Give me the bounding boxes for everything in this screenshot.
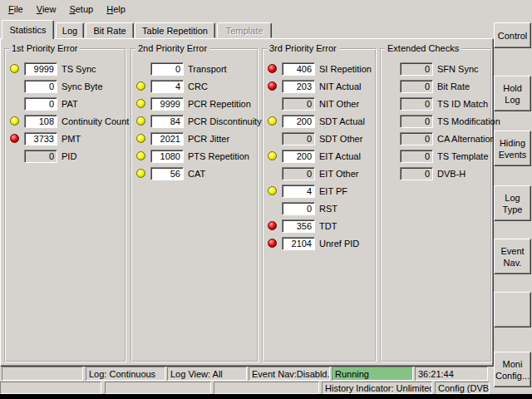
stat-label: PTS Repetition <box>188 151 249 161</box>
stat-label: PAT <box>62 99 78 109</box>
count-field-nit-actual: 203 <box>282 80 315 93</box>
tab-statistics[interactable]: Statistics <box>2 20 54 39</box>
menu-view[interactable]: View <box>30 2 63 17</box>
stat-label: SFN Sync <box>437 64 479 74</box>
stat-label: RST <box>319 204 337 214</box>
yellow-led-icon <box>10 64 19 73</box>
status-log-continuous: Log: Continuous <box>86 367 165 381</box>
stat-row-cat: 56CAT <box>136 166 256 180</box>
side-button-event-nav[interactable]: Event Nav. <box>494 239 531 274</box>
stat-row-pcr-discontinuity: 84PCR Discontinuity <box>136 114 256 128</box>
stat-label: PCR Repetition <box>188 99 251 109</box>
stat-label: SDT Other <box>319 134 362 144</box>
group-2nd-priority-error: 2nd Priority Error0Transport4CRC9999PCR … <box>131 48 259 362</box>
stat-row-tdt: 356TDT <box>268 219 374 233</box>
stat-row-sync-byte: 0Sync Byte <box>10 79 124 93</box>
stat-label: TS Modification <box>437 116 500 126</box>
count-field-unref-pid: 2104 <box>282 237 315 250</box>
red-led-icon <box>268 64 277 73</box>
yellow-led-icon <box>136 99 145 108</box>
stat-row-eit-pf: 4EIT PF <box>268 184 374 198</box>
count-field-ts-modification: 0 <box>400 115 433 128</box>
count-field-rst: 0 <box>282 202 315 215</box>
count-field-nit-other: 0 <box>282 97 315 111</box>
side-button-hiding-events[interactable]: Hiding Events <box>494 131 531 166</box>
red-led-icon <box>268 239 277 248</box>
stat-row-ts-modification: 0TS Modification <box>386 114 490 128</box>
yellow-led-icon <box>268 186 277 195</box>
statistics-tab-page: 1st Priority Error9999TS Sync0Sync Byte0… <box>0 38 494 367</box>
menu-bar: FileViewSetupHelp <box>0 0 532 18</box>
stat-label: EIT Actual <box>319 151 361 161</box>
group-title: Extended Checks <box>385 43 461 54</box>
stat-label: CAT <box>188 169 205 179</box>
stat-label: TS Template <box>437 151 489 161</box>
count-field-bit-rate: 0 <box>400 80 433 93</box>
stat-label: Sync Byte <box>62 81 103 91</box>
stat-row-sdt-actual: 200SDT Actual <box>268 114 374 128</box>
status2-config-dvb: Config (DVB) <box>435 382 490 394</box>
menu-file[interactable]: File <box>2 2 30 17</box>
count-field-pid: 0 <box>24 150 57 163</box>
tab-table-repetition[interactable]: Table Repetition <box>135 22 215 38</box>
tab-bit-rate[interactable]: Bit Rate <box>86 22 134 38</box>
count-field-sdt-actual: 200 <box>282 115 315 128</box>
count-field-eit-actual: 200 <box>282 150 315 163</box>
stat-row-crc: 4CRC <box>136 79 256 93</box>
stat-row-pcr-jitter: 2021PCR Jitter <box>136 131 256 145</box>
stat-label: EIT PF <box>319 186 347 196</box>
status-running: Running <box>332 367 413 381</box>
stat-label: PCR Discontinuity <box>188 116 262 126</box>
stat-label: PID <box>62 151 76 161</box>
status2-blank-panel <box>0 382 101 394</box>
status2-history-indicator-unlimited: History Indicator: Unlimited <box>322 382 432 394</box>
stat-label: Unref PID <box>319 239 359 249</box>
stat-row-rst: 0RST <box>268 201 374 215</box>
status-event-nav-disabld: Event Nav:Disabld. <box>249 367 330 381</box>
side-button-log-type[interactable]: Log Type <box>494 185 531 221</box>
stat-row-sdt-other: 0SDT Other <box>268 131 374 145</box>
stat-row-dvb-h: 0DVB-H <box>386 166 490 180</box>
count-field-si-repetition: 406 <box>282 62 315 76</box>
count-field-sync-byte: 0 <box>24 80 57 93</box>
yellow-led-icon <box>10 116 19 126</box>
tab-log[interactable]: Log <box>56 22 84 38</box>
stat-row-pcr-repetition: 9999PCR Repetition <box>136 96 256 111</box>
yellow-led-icon <box>136 169 145 178</box>
stat-label: CA Alternation <box>437 134 495 144</box>
count-field-pts-repetition: 1080 <box>150 150 184 163</box>
count-field-pcr-repetition: 9999 <box>150 97 184 111</box>
yellow-led-icon <box>136 134 145 143</box>
stat-row-pts-repetition: 1080PTS Repetition <box>136 149 256 163</box>
stat-row-eit-actual: 200EIT Actual <box>268 149 374 163</box>
stat-row-pmt: 3733PMT <box>10 131 124 145</box>
stat-row-sfn-sync: 0SFN Sync <box>386 62 490 76</box>
count-field-pat: 0 <box>24 97 57 111</box>
status2-blank-panel <box>214 382 319 394</box>
yellow-led-icon <box>136 81 145 91</box>
side-button-blank[interactable] <box>494 292 531 328</box>
stat-label: PCR Jitter <box>188 134 229 144</box>
stat-row-nit-actual: 203NIT Actual <box>268 79 374 93</box>
count-field-continuity-count: 108 <box>24 115 57 128</box>
stat-row-unref-pid: 2104Unref PID <box>268 236 374 250</box>
count-field-pmt: 3733 <box>24 132 57 145</box>
count-field-tdt: 356 <box>282 219 315 233</box>
stat-label: TS Sync <box>62 64 96 74</box>
stat-label: Bit Rate <box>437 81 470 91</box>
tab-template[interactable]: Template <box>217 22 272 38</box>
side-button-hold-log[interactable]: Hold Log <box>494 76 531 111</box>
side-button-moni-config[interactable]: Moni Config... <box>494 352 531 387</box>
stat-label: SDT Actual <box>319 116 365 126</box>
stat-label: TS ID Match <box>437 99 488 109</box>
red-led-icon <box>10 134 19 143</box>
side-button-control[interactable]: Control <box>494 22 531 48</box>
menu-setup[interactable]: Setup <box>62 2 100 17</box>
group-title: 2nd Priority Error <box>135 43 209 54</box>
stat-row-ts-template: 0TS Template <box>386 149 490 163</box>
menu-help[interactable]: Help <box>100 2 132 17</box>
yellow-led-icon <box>268 151 277 160</box>
count-field-eit-pf: 4 <box>282 185 315 198</box>
status-blank-panel <box>2 367 83 381</box>
red-led-icon <box>268 81 277 91</box>
